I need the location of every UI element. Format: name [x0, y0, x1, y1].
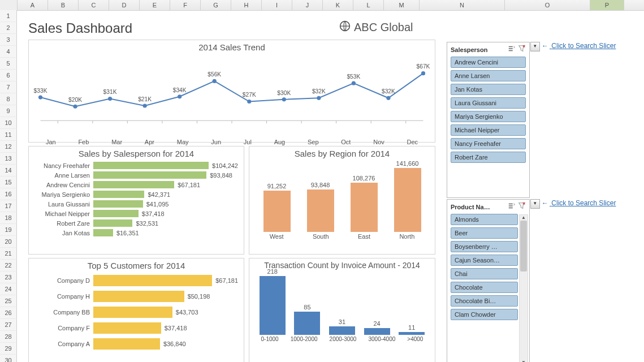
bar-row: Laura Giussani$41,095 [34, 199, 238, 209]
top-customers-chart[interactable]: Top 5 Customers for 2014 Company D$67,18… [28, 258, 244, 362]
row-header-21[interactable]: 21 [0, 248, 17, 260]
row-header-1[interactable]: 1 [0, 10, 17, 22]
column-header-I[interactable]: I [262, 0, 292, 10]
transaction-count-chart[interactable]: Transaction Count by Invoice Amount - 20… [249, 258, 435, 362]
row-header-7[interactable]: 7 [0, 81, 17, 93]
x-labels: 0-10001000-20002000-30003000-4000>4000 [249, 335, 435, 342]
row-header-22[interactable]: 22 [0, 260, 17, 272]
slicer-item[interactable]: Robert Zare [451, 152, 526, 163]
column-header-G[interactable]: G [201, 0, 231, 10]
slicer-hint-link[interactable]: ← Click to Search Slicer [542, 199, 616, 207]
row-header-10[interactable]: 10 [0, 117, 17, 129]
row-header-13[interactable]: 13 [0, 153, 17, 165]
row-header-14[interactable]: 14 [0, 165, 17, 176]
sales-by-salesperson-chart[interactable]: Sales by Salesperson for 2014 Nancy Free… [28, 146, 244, 255]
slicer-dropdown-button[interactable]: ▾ [530, 199, 540, 209]
scroll-thumb[interactable] [520, 221, 527, 272]
column-header-M[interactable]: M [384, 0, 420, 10]
product-name-slicer[interactable]: Product Na… AlmondsBeerBoysenberry …Caju… [447, 199, 530, 362]
row-header-15[interactable]: 15 [0, 176, 17, 188]
slicer-item[interactable]: Jan Kotas [451, 84, 526, 95]
row-header-20[interactable]: 20 [0, 236, 17, 248]
column-header-C[interactable]: C [79, 0, 109, 10]
svg-point-6 [108, 97, 112, 101]
sales-trend-chart[interactable]: 2014 Sales Trend $33K$20K$31K$21K$34K$56… [28, 40, 435, 143]
multiselect-icon[interactable] [508, 45, 516, 54]
salesperson-slicer[interactable]: Salesperson Andrew CenciniAnne LarsenJan… [447, 42, 530, 198]
slicer-name: Salesperson [451, 46, 505, 53]
slicer-item[interactable]: Boysenberry … [451, 241, 518, 252]
row-header-26[interactable]: 26 [0, 307, 17, 319]
row-header-27[interactable]: 27 [0, 319, 17, 331]
row-header-23[interactable]: 23 [0, 272, 17, 283]
svg-point-22 [386, 96, 390, 100]
scroll-down-icon[interactable]: ▼ [520, 360, 528, 362]
multiselect-icon[interactable] [508, 202, 516, 212]
bar-value: $50,198 [188, 293, 210, 300]
row-header-11[interactable]: 11 [0, 129, 17, 141]
row-header-28[interactable]: 28 [0, 331, 17, 343]
column-header-H[interactable]: H [231, 0, 262, 10]
slicer-item[interactable]: Chai [451, 268, 518, 279]
clear-filter-icon[interactable] [518, 45, 526, 54]
row-header-16[interactable]: 16 [0, 188, 17, 200]
x-tick: Oct [341, 139, 351, 145]
scrollbar[interactable]: ▲ ▼ [519, 214, 528, 362]
column-header-O[interactable]: O [505, 0, 590, 10]
row-header-18[interactable]: 18 [0, 212, 17, 224]
column-header-J[interactable]: J [292, 0, 323, 10]
row-header-3[interactable]: 3 [0, 34, 17, 46]
slicer-item[interactable]: Almonds [451, 214, 518, 225]
column-header-K[interactable]: K [323, 0, 353, 10]
row-header-24[interactable]: 24 [0, 283, 17, 295]
row-header-2[interactable]: 2 [0, 22, 17, 34]
bar-row: Jan Kotas$16,351 [34, 228, 238, 238]
chart-body: Nancy Freehafer$104,242Anne Larsen$93,84… [29, 158, 244, 241]
row-header-29[interactable]: 29 [0, 343, 17, 355]
row-header-8[interactable]: 8 [0, 93, 17, 105]
slicer-item[interactable]: Laura Giussani [451, 97, 526, 109]
column-header-N[interactable]: N [420, 0, 505, 10]
scroll-up-icon[interactable]: ▲ [520, 215, 528, 221]
row-header-19[interactable]: 19 [0, 224, 17, 236]
column-header-F[interactable]: F [170, 0, 201, 10]
column-header-D[interactable]: D [109, 0, 140, 10]
row-header-5[interactable]: 5 [0, 58, 17, 70]
slicer-item[interactable]: Nancy Freehafer [451, 138, 526, 149]
slicer-item[interactable]: Anne Larsen [451, 70, 526, 81]
slicer-item[interactable]: Michael Neipper [451, 124, 526, 136]
row-headers: 1234567891011121314151617181920212223242… [0, 10, 17, 362]
row-header-9[interactable]: 9 [0, 105, 17, 117]
slicer-hint-link[interactable]: ← Click to Search Slicer [542, 42, 616, 50]
svg-text:$32K: $32K [312, 88, 326, 94]
slicer-item[interactable]: Chocolate Bi… [451, 295, 518, 307]
sales-by-region-chart[interactable]: Sales by Region for 2014 91,25293,848108… [249, 146, 435, 255]
x-tick: 2000-3000 [330, 336, 357, 342]
bar [93, 210, 139, 217]
bar-label: Company F [34, 325, 93, 331]
row-header-30[interactable]: 30 [0, 355, 17, 362]
bar-col: 85 [292, 304, 323, 335]
slicer-item[interactable]: Clam Chowder [451, 309, 518, 320]
slicer-item[interactable]: Chocolate [451, 282, 518, 293]
slicer-item[interactable]: Mariya Sergienko [451, 111, 526, 122]
clear-filter-icon[interactable] [518, 202, 526, 212]
column-header-B[interactable]: B [48, 0, 79, 10]
svg-point-8 [143, 104, 147, 107]
column-header-A[interactable]: A [18, 0, 48, 10]
select-all-corner[interactable] [0, 0, 18, 10]
slicer-item[interactable]: Andrew Cencini [451, 57, 526, 68]
row-header-17[interactable]: 17 [0, 200, 17, 212]
row-header-4[interactable]: 4 [0, 46, 17, 58]
slicer-item[interactable]: Beer [451, 227, 518, 239]
x-tick: West [270, 233, 284, 240]
column-header-P[interactable]: P [590, 0, 624, 10]
slicer-dropdown-button[interactable]: ▾ [530, 42, 540, 51]
column-header-L[interactable]: L [353, 0, 384, 10]
bar-value: 218 [267, 268, 278, 275]
column-header-E[interactable]: E [140, 0, 170, 10]
row-header-25[interactable]: 25 [0, 295, 17, 307]
row-header-6[interactable]: 6 [0, 70, 17, 81]
slicer-item[interactable]: Cajun Season… [451, 255, 518, 266]
row-header-12[interactable]: 12 [0, 141, 17, 153]
